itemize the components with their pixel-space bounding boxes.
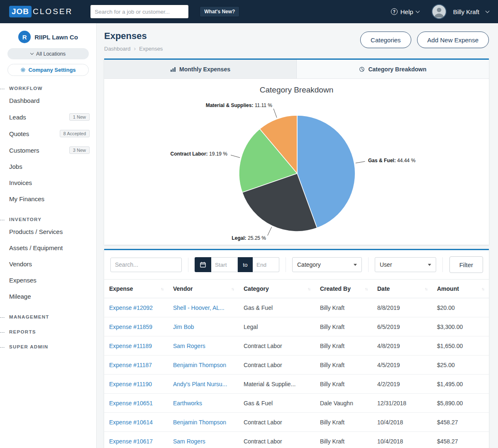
sort-icon[interactable]: ↑↓ bbox=[231, 287, 234, 291]
sidebar-section-workflow[interactable]: WORKFLOW bbox=[0, 86, 96, 91]
filter-button[interactable]: Filter bbox=[449, 256, 483, 273]
sidebar-section-management[interactable]: MANAGEMENT bbox=[0, 314, 96, 319]
sidebar-item-vendors[interactable]: Vendors bbox=[0, 256, 96, 272]
start-date-input[interactable] bbox=[211, 257, 238, 272]
column-header-expense[interactable]: Expense↑↓ bbox=[104, 280, 168, 298]
sidebar-item-leads[interactable]: Leads1 New bbox=[0, 109, 96, 125]
pie-chart-area: Gas & Fuel: 44.44 %Legal: 25.25 %Contrac… bbox=[104, 97, 489, 245]
sidebar-item-my-finances[interactable]: My Finances bbox=[0, 191, 96, 207]
cell-vendor: Sam Rogers bbox=[168, 432, 239, 448]
sidebar-section-super-admin[interactable]: SUPER ADMIN bbox=[0, 344, 96, 349]
company-header[interactable]: R RIIPL Lawn Co bbox=[0, 30, 96, 47]
vendor-link[interactable]: Benjamin Thompson bbox=[173, 362, 226, 368]
sort-icon[interactable]: ↑↓ bbox=[425, 287, 427, 291]
expense-link[interactable]: Expense #11859 bbox=[109, 324, 152, 330]
end-date-input[interactable] bbox=[253, 257, 279, 272]
tab-monthly-expenses[interactable]: Monthly Expenses bbox=[104, 60, 297, 78]
vendor-link[interactable]: Earthworks bbox=[173, 400, 202, 407]
expense-link[interactable]: Expense #10614 bbox=[109, 419, 153, 426]
cell-created-by: Billy Kraft bbox=[315, 336, 372, 355]
tab-label: Monthly Expenses bbox=[179, 66, 230, 73]
expense-link[interactable]: Expense #12092 bbox=[109, 304, 153, 311]
cell-category: Gas & Fuel bbox=[239, 394, 315, 413]
breadcrumb-dashboard[interactable]: Dashboard bbox=[104, 46, 131, 52]
user-name[interactable]: Billy Kraft bbox=[453, 8, 479, 15]
sidebar-item-invoices[interactable]: Invoices bbox=[0, 175, 96, 191]
vendor-link[interactable]: Shell - Hoover, AL... bbox=[173, 304, 225, 311]
chevron-down-icon bbox=[30, 51, 34, 55]
cell-category: Contract Labor bbox=[239, 336, 315, 355]
calendar-button[interactable] bbox=[195, 257, 211, 272]
company-settings-button[interactable]: Company Settings bbox=[7, 64, 89, 76]
page-header: Expenses Dashboard › Expenses Categories… bbox=[104, 28, 489, 58]
global-search-input[interactable] bbox=[90, 5, 189, 19]
tab-category-breakdown[interactable]: Category Breakdown bbox=[297, 60, 489, 78]
locations-label: All Locations bbox=[36, 51, 66, 57]
column-header-label: Created By bbox=[320, 285, 351, 292]
column-header-label: Expense bbox=[109, 285, 133, 292]
vendor-link[interactable]: Jim Bob bbox=[173, 324, 194, 330]
whats-new-button[interactable]: What's New? bbox=[200, 6, 239, 17]
sidebar-item-label: My Finances bbox=[9, 195, 44, 202]
main-content: Expenses Dashboard › Expenses Categories… bbox=[97, 23, 498, 448]
help-icon: ? bbox=[391, 8, 398, 15]
help-label: Help bbox=[400, 8, 413, 15]
sidebar-item-badge: 3 New bbox=[69, 146, 90, 154]
table-search-input[interactable] bbox=[110, 258, 182, 272]
column-header-date[interactable]: Date↑↓ bbox=[372, 280, 432, 298]
column-header-label: Date bbox=[377, 285, 390, 292]
column-header-vendor[interactable]: Vendor↑↓ bbox=[168, 280, 239, 298]
sidebar-item-dashboard[interactable]: Dashboard bbox=[0, 93, 96, 109]
expense-link[interactable]: Expense #10651 bbox=[109, 400, 153, 407]
sort-icon[interactable]: ↑↓ bbox=[308, 287, 310, 291]
chevron-down-icon[interactable] bbox=[486, 9, 490, 13]
sidebar-section-reports[interactable]: REPORTS bbox=[0, 329, 96, 334]
sidebar-item-label: Invoices bbox=[9, 179, 32, 186]
category-select[interactable]: Category bbox=[292, 257, 362, 272]
date-range-group: to bbox=[195, 257, 279, 272]
sidebar-item-mileage[interactable]: Mileage bbox=[0, 288, 96, 304]
caret-down-icon bbox=[428, 264, 431, 266]
cell-created-by: Billy Kraft bbox=[315, 355, 372, 375]
sidebar-item-jobs[interactable]: Jobs bbox=[0, 158, 96, 175]
cell-created-by: Billy Kraft bbox=[315, 432, 372, 448]
locations-dropdown[interactable]: All Locations bbox=[7, 48, 89, 59]
expense-link[interactable]: Expense #10617 bbox=[109, 438, 153, 445]
help-menu[interactable]: ? Help bbox=[391, 8, 419, 15]
sidebar-item-assets-equipment[interactable]: Assets / Equipment bbox=[0, 240, 96, 256]
add-new-expense-button[interactable]: Add New Expense bbox=[417, 32, 489, 48]
cell-expense: Expense #11189 bbox=[104, 336, 168, 355]
column-header-created-by[interactable]: Created By↑↓ bbox=[315, 280, 372, 298]
sort-icon[interactable]: ↑↓ bbox=[481, 287, 484, 291]
cell-vendor: Jim Bob bbox=[168, 317, 239, 336]
sidebar-item-customers[interactable]: Customers3 New bbox=[0, 142, 96, 158]
sidebar-item-label: Expenses bbox=[9, 277, 37, 284]
user-avatar[interactable] bbox=[432, 4, 447, 19]
sidebar-item-quotes[interactable]: Quotes8 Accepted bbox=[0, 125, 96, 142]
categories-button[interactable]: Categories bbox=[360, 32, 411, 48]
app-logo[interactable]: JOB CLOSER bbox=[9, 6, 73, 17]
chart-card: Monthly Expenses Category Breakdown Cate… bbox=[104, 58, 489, 245]
vendor-link[interactable]: Sam Rogers bbox=[173, 438, 205, 445]
expense-link[interactable]: Expense #11190 bbox=[109, 381, 152, 387]
sort-icon[interactable]: ↑↓ bbox=[365, 287, 367, 291]
expense-link[interactable]: Expense #11189 bbox=[109, 343, 152, 349]
sidebar-item-label: Mileage bbox=[9, 293, 31, 300]
column-header-amount[interactable]: Amount↑↓ bbox=[432, 280, 489, 298]
vendor-link[interactable]: Benjamin Thompson bbox=[173, 419, 226, 426]
user-select[interactable]: User bbox=[375, 257, 436, 272]
sort-icon[interactable]: ↑↓ bbox=[161, 287, 163, 291]
cell-expense: Expense #11187 bbox=[104, 355, 168, 375]
expense-link[interactable]: Expense #11187 bbox=[109, 362, 152, 368]
vendor-link[interactable]: Andy's Plant Nursu... bbox=[173, 381, 227, 387]
sidebar-item-products-services[interactable]: Products / Services bbox=[0, 224, 96, 240]
column-header-label: Category bbox=[244, 285, 269, 292]
vendor-link[interactable]: Sam Rogers bbox=[173, 343, 205, 349]
logo-secondary: CLOSER bbox=[33, 7, 73, 16]
cell-category: Gas & Fuel bbox=[239, 298, 315, 317]
pie-callout-line bbox=[356, 161, 365, 163]
sidebar-section-inventory[interactable]: INVENTORY bbox=[0, 217, 96, 222]
column-header-category[interactable]: Category↑↓ bbox=[239, 280, 315, 298]
cell-created-by: Dale Vaughn bbox=[315, 394, 372, 413]
sidebar-item-expenses[interactable]: Expenses bbox=[0, 272, 96, 288]
